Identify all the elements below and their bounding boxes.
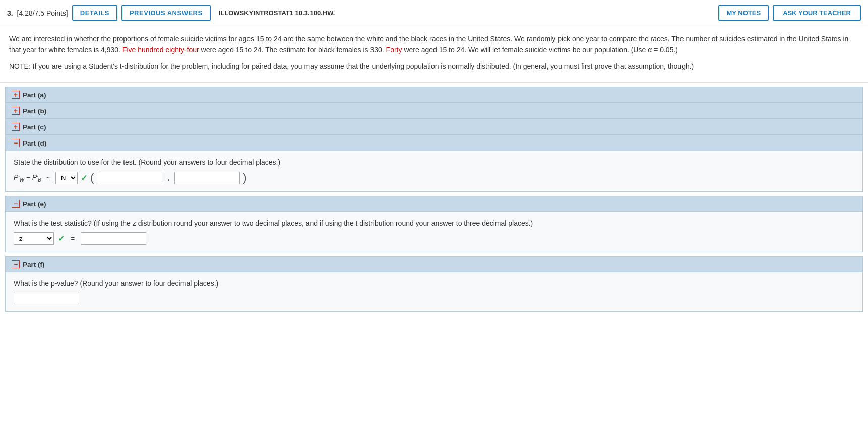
- previous-answers-button[interactable]: PREVIOUS ANSWERS: [121, 5, 211, 21]
- part-f-instruction: What is the p-value? (Round your answer …: [14, 279, 854, 288]
- parts-container: + Part (a) + Part (b) + Part (c) − Part …: [0, 87, 868, 317]
- para1-text2: were aged 15 to 24. The estimate for bla…: [201, 46, 384, 54]
- part-d-label: Part (d): [23, 139, 46, 147]
- details-button[interactable]: DETAILS: [72, 5, 117, 21]
- part-b-label: Part (b): [23, 107, 46, 115]
- para1-red1: Five hundred eighty-four: [122, 46, 199, 54]
- check-icon-e: ✓: [58, 234, 65, 243]
- part-f-content: What is the p-value? (Round your answer …: [5, 272, 863, 312]
- part-c-label: Part (c): [23, 123, 46, 131]
- question-number: 3. [4.28/7.5 Points]: [7, 9, 68, 17]
- paragraph2: NOTE: If you are using a Student's t-dis…: [9, 61, 859, 72]
- p-value-input[interactable]: [14, 292, 79, 304]
- equals-symbol: =: [71, 235, 75, 243]
- part-a-header[interactable]: + Part (a): [5, 87, 863, 103]
- part-f-header[interactable]: − Part (f): [5, 256, 863, 272]
- para1-text3: were aged 15 to 24. We will let female s…: [404, 46, 678, 54]
- part-d-instruction: State the distribution to use for the te…: [14, 158, 854, 166]
- part-b-section: + Part (b): [5, 103, 863, 119]
- part-e-expand-icon: −: [12, 200, 20, 208]
- points-label: [4.28/7.5 Points]: [17, 9, 68, 17]
- problem-body: We are interested in whether the proport…: [0, 26, 868, 83]
- source-label: ILLOWSKYINTROSTAT1 10.3.100.HW.: [219, 9, 335, 17]
- part-b-header[interactable]: + Part (b): [5, 103, 863, 119]
- ask-teacher-button[interactable]: ASK YOUR TEACHER: [773, 5, 861, 21]
- part-d-content: State the distribution to use for the te…: [5, 151, 863, 192]
- part-f-expand-icon: −: [12, 260, 20, 268]
- part-f-section: − Part (f) What is the p-value? (Round y…: [5, 256, 863, 312]
- part-c-header[interactable]: + Part (c): [5, 119, 863, 135]
- part-d-expand-icon: −: [12, 139, 20, 147]
- part-d-section: − Part (d) State the distribution to use…: [5, 135, 863, 192]
- part-f-label: Part (f): [23, 261, 45, 268]
- part-e-section: − Part (e) What is the test statistic? (…: [5, 196, 863, 252]
- distribution-row: P′W − P′B ~ N t ✓ ( , ): [14, 171, 854, 184]
- part-e-label: Part (e): [23, 200, 46, 208]
- stat-row: z t ✓ =: [14, 232, 854, 245]
- my-notes-button[interactable]: MY NOTES: [718, 5, 769, 21]
- test-statistic-input[interactable]: [81, 232, 146, 245]
- tilde-symbol: ~: [46, 174, 50, 182]
- paragraph1: We are interested in whether the proport…: [9, 33, 859, 56]
- part-d-header[interactable]: − Part (d): [5, 135, 863, 151]
- formula-left: P′W − P′B: [14, 173, 41, 183]
- part-b-expand-icon: +: [12, 107, 20, 115]
- q-number: 3.: [7, 9, 13, 17]
- stat-distribution-select[interactable]: z t: [14, 232, 54, 245]
- check-icon-d: ✓: [81, 173, 87, 183]
- distribution-input2[interactable]: [174, 172, 240, 184]
- part-e-header[interactable]: − Part (e): [5, 196, 863, 212]
- open-paren: (: [90, 171, 94, 184]
- part-e-content: What is the test statistic? (If using th…: [5, 212, 863, 252]
- distribution-select[interactable]: N t: [55, 172, 78, 184]
- part-a-expand-icon: +: [12, 91, 20, 99]
- question-header: 3. [4.28/7.5 Points] DETAILS PREVIOUS AN…: [0, 0, 868, 26]
- distribution-input1[interactable]: [97, 172, 162, 184]
- part-c-section: + Part (c): [5, 119, 863, 135]
- part-c-expand-icon: +: [12, 123, 20, 131]
- comma-symbol: ,: [167, 174, 169, 182]
- part-a-section: + Part (a): [5, 87, 863, 103]
- para1-red2: Forty: [386, 46, 402, 54]
- part-a-label: Part (a): [23, 91, 46, 99]
- part-e-instruction: What is the test statistic? (If using th…: [14, 219, 854, 227]
- close-paren: ): [243, 171, 246, 184]
